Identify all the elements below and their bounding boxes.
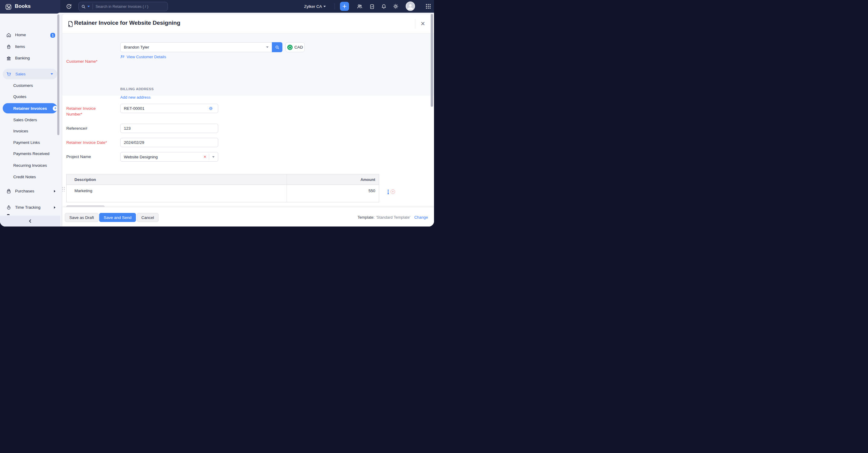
template-label: Template: [358, 215, 374, 220]
sidebar-item-label: Purchases [15, 189, 34, 193]
sidebar-item-quotes[interactable]: Quotes [0, 92, 60, 101]
org-name: Zylker CA [304, 4, 322, 9]
col-description: Description [67, 174, 287, 185]
search-icon [81, 4, 86, 9]
brand[interactable]: Books [0, 0, 60, 13]
project-name-value: Website Designing [121, 155, 201, 159]
sidebar-item-label: Sales [16, 72, 26, 76]
project-name-label: Project Name [66, 154, 91, 159]
arrow-right-icon [54, 190, 56, 192]
close-icon[interactable]: ✕ [420, 21, 426, 27]
stopwatch-icon [6, 205, 11, 210]
cell-amount[interactable]: 550 [287, 185, 379, 202]
add-new-address-link[interactable]: Add new address [120, 95, 150, 100]
search-scope-chevron-icon[interactable] [87, 6, 90, 7]
sidebar: Home 1 Items Banking Sales Customers Quo… [0, 13, 60, 227]
sidebar-item-purchases[interactable]: Purchases [0, 186, 60, 197]
sidebar-item-retainer-invoices[interactable]: Retainer Invoices + [3, 103, 57, 113]
sidebar-item-invoices[interactable]: Invoices [0, 127, 60, 135]
partial-item-sliver [7, 214, 10, 215]
sidebar-item-recurring-invoices[interactable]: Recurring Invoices [0, 161, 60, 170]
tasks-icon[interactable] [367, 0, 377, 13]
sidebar-item-label: Items [15, 44, 25, 49]
items-bag-icon [6, 44, 11, 50]
customer-name-label: Customer Name* [66, 59, 98, 64]
org-chevron-icon [323, 6, 326, 7]
sidebar-item-label: Home [15, 33, 26, 37]
chevron-down-icon [51, 73, 53, 75]
arrow-right-icon [54, 206, 56, 209]
chevron-down-icon [266, 47, 269, 48]
save-and-send-button[interactable]: Save and Send [99, 213, 136, 222]
invoice-number-settings-icon[interactable] [208, 106, 214, 111]
reference-input[interactable] [120, 124, 218, 133]
customer-search-button[interactable] [272, 42, 282, 52]
sidebar-item-items[interactable]: Items [0, 41, 60, 52]
template-change-link[interactable]: Change [414, 215, 428, 220]
cart-icon [6, 71, 12, 77]
view-customer-details-link[interactable]: View Customer Details [120, 55, 166, 59]
chevron-down-icon [212, 156, 215, 158]
sidebar-item-banking[interactable]: Banking [0, 53, 60, 64]
customer-name-value: Brandon Tyler [121, 45, 266, 50]
sidebar-item-sales-orders[interactable]: Sales Orders [0, 115, 60, 124]
gear-icon[interactable] [391, 0, 401, 13]
books-logo [5, 3, 12, 10]
cell-description[interactable]: Marketing [67, 185, 287, 202]
customer-name-select[interactable]: Brandon Tyler [120, 42, 272, 52]
currency-code: CAD [294, 45, 303, 50]
history-icon[interactable] [64, 0, 73, 13]
customer-details-icon [120, 55, 125, 59]
reference-label: Reference# [66, 126, 87, 131]
purchases-bag-icon [6, 189, 11, 194]
project-name-select[interactable]: Website Designing ✕ [120, 152, 218, 162]
sidebar-item-time-tracking[interactable]: Time Tracking [0, 202, 60, 213]
topbar-divider [335, 3, 335, 9]
sidebar-item-label: Banking [15, 56, 30, 60]
billing-address-heading: BILLING ADDRESS [120, 87, 154, 91]
topbar: Books Zylker CA [0, 0, 434, 13]
org-selector[interactable]: Zylker CA [304, 0, 326, 13]
main-content: Retainer Invoice for Website Designing ✕… [60, 13, 434, 227]
sidebar-item-credit-notes[interactable]: Credit Notes [0, 172, 60, 181]
customer-section: Customer Name* Brandon Tyler CAD View [62, 33, 434, 95]
quick-create-button[interactable] [340, 2, 349, 11]
sidebar-item-payments-received[interactable]: Payments Received [0, 149, 60, 158]
invoice-date-input[interactable] [120, 138, 218, 147]
retainer-invoice-card: Retainer Invoice for Website Designing ✕… [62, 14, 434, 227]
currency-target-icon [287, 45, 293, 50]
bank-icon [6, 56, 11, 61]
sidebar-item-customers[interactable]: Customers [0, 81, 60, 90]
page-title: Retainer Invoice for Website Designing [74, 20, 180, 26]
table-header: Description Amount [67, 174, 379, 185]
sidebar-scrollbar[interactable] [57, 15, 59, 135]
template-name: 'Standard Template' [376, 215, 410, 220]
title-bar: Retainer Invoice for Website Designing ✕ [62, 14, 434, 33]
collapse-chevron-icon [28, 219, 32, 223]
invoice-number-label: Retainer Invoice Number* [66, 106, 104, 117]
cancel-button[interactable]: Cancel [137, 213, 158, 222]
search-input[interactable] [96, 4, 165, 9]
search-icon [275, 45, 280, 50]
project-clear-icon[interactable]: ✕ [201, 155, 209, 159]
avatar[interactable] [406, 1, 415, 11]
sidebar-item-payment-links[interactable]: Payment Links [0, 138, 60, 147]
row-delete-icon[interactable]: ✕ [391, 190, 395, 194]
bell-icon[interactable] [379, 0, 389, 13]
table-row[interactable]: Marketing 550 [67, 185, 379, 202]
invoice-number-input[interactable] [120, 104, 218, 113]
row-menu-icon[interactable] [387, 190, 390, 194]
search-box [79, 2, 168, 11]
brand-name: Books [15, 3, 31, 10]
line-items-table: Description Amount Marketing 550 [66, 174, 379, 202]
main-scrollbar[interactable] [431, 14, 433, 107]
document-star-icon [67, 21, 74, 27]
apps-grid-icon[interactable] [423, 0, 433, 13]
home-badge: 1 [50, 33, 55, 38]
sidebar-item-sales[interactable]: Sales [3, 69, 57, 79]
save-as-draft-button[interactable]: Save as Draft [65, 213, 98, 222]
users-icon[interactable] [355, 0, 364, 13]
currency-button[interactable]: CAD [285, 42, 305, 52]
drag-handle-icon[interactable] [62, 187, 66, 192]
sidebar-collapse-button[interactable] [0, 216, 60, 227]
